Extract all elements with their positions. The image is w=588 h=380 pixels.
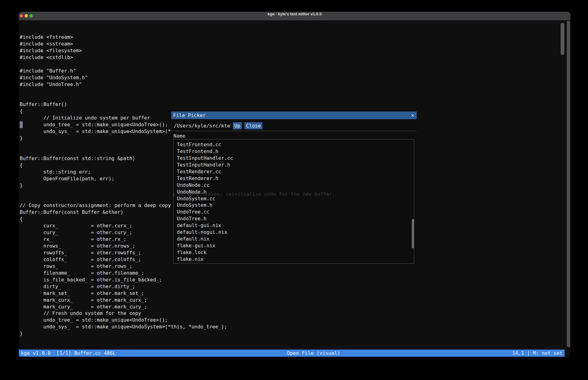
code-line: undo_sys_ = std::make_unique<UndoSystem>…	[20, 323, 331, 330]
column-header-name: Name	[171, 131, 417, 139]
code-line: #include "UndoSystem.h"	[20, 74, 331, 81]
close-window-button[interactable]	[20, 14, 23, 18]
file-list-item[interactable]: UndoSystem.h	[177, 202, 414, 209]
file-list-item[interactable]: UndoTree.h	[177, 215, 414, 222]
close-icon[interactable]: ✕	[411, 112, 414, 119]
file-list-item[interactable]: UndoTree.cc	[177, 209, 414, 215]
code-line	[20, 337, 331, 344]
up-button[interactable]: Up	[233, 122, 242, 129]
window-title: kge - kyle's text editor v1.0.0	[19, 12, 570, 20]
code-line: undo_tree_ = std::make_unique<UndoTree>(…	[20, 317, 331, 323]
code-line: is_file_backed_ = other.is_file_backed_;	[20, 276, 331, 283]
code-line: dirty_ = other.dirty_;	[20, 283, 331, 290]
close-button[interactable]: Close	[244, 122, 262, 129]
code-line: // Fresh undo system for the copy	[20, 310, 331, 317]
code-line: mark_curx_ = other.mark_curx_;	[20, 297, 331, 304]
zoom-window-button[interactable]	[30, 14, 33, 18]
file-list-item[interactable]: TestRenderer.cc	[177, 168, 414, 175]
window-titlebar[interactable]: kge - kyle's text editor v1.0.0	[19, 12, 570, 20]
code-line: #include <filesystem>	[20, 47, 331, 54]
file-list: TestFrontend.ccTestFrontend.hTestInputHa…	[173, 139, 414, 264]
code-line	[20, 94, 331, 101]
status-file-info: kge v1.0.0 [1/1] Buffer.cc 486L	[21, 350, 116, 357]
file-list-item[interactable]: flake.lock	[177, 249, 414, 256]
file-picker-title: File Picker	[173, 112, 206, 118]
code-line: mark_cury_ = other.mark_cury_;	[20, 304, 331, 310]
status-bar: kge v1.0.0 [1/1] Buffer.cc 486L Open Fil…	[19, 350, 565, 357]
window-scrollbar-track[interactable]	[567, 21, 570, 347]
path-row: /Users/kyle/src/kte Up Close	[171, 121, 417, 130]
minimize-window-button[interactable]	[25, 14, 28, 18]
file-list-item[interactable]: TestFrontend.h	[177, 148, 414, 155]
status-mode: Open File (visual)	[287, 350, 340, 357]
text-cursor	[20, 121, 23, 128]
code-line	[20, 61, 331, 68]
file-list-item[interactable]: UndoSystem.cc	[177, 195, 414, 202]
code-line: #include <fstream>	[20, 34, 331, 41]
file-list-item[interactable]: flake.nix	[177, 256, 414, 263]
traffic-lights	[20, 14, 33, 18]
code-line: #include <sstream>	[20, 41, 331, 47]
code-line: }	[20, 330, 331, 337]
file-list-item[interactable]: TestRenderer.h	[177, 175, 414, 182]
file-list-item[interactable]: default-gui.nix	[177, 222, 414, 229]
file-list-item[interactable]: TestInputHandler.cc	[177, 155, 414, 162]
file-picker-dialog: File Picker ✕ *this, *undo_tree_); /User…	[171, 112, 417, 264]
file-list-item[interactable]: flake-gui.nix	[177, 242, 414, 249]
code-line: mark_set_ = other.mark_set_;	[20, 290, 331, 297]
file-list-item[interactable]: TestInputHandler.h	[177, 162, 414, 168]
file-picker-titlebar[interactable]: File Picker ✕	[171, 112, 417, 119]
file-list-item[interactable]: default.nix	[177, 236, 414, 242]
file-list-item[interactable]: TestFrontend.cc	[177, 141, 414, 148]
file-list-scrollbar-thumb[interactable]	[412, 219, 414, 248]
file-list-item[interactable]: UndoNode.cc	[177, 182, 414, 189]
code-line: filename_ = other.filename_;	[20, 270, 331, 276]
file-list-item[interactable]: default-nogui.nix	[177, 229, 414, 236]
code-line: #include <cstdlib>	[20, 54, 331, 61]
code-line: Buffer::Buffer()	[20, 101, 331, 108]
file-list-item[interactable]: UndoNode.h	[177, 189, 414, 195]
code-line	[20, 88, 331, 95]
current-path: /Users/kyle/src/kte	[174, 123, 230, 129]
status-cursor-position: 14,1 | M: not set	[512, 350, 562, 357]
editor-scrollbar-thumb[interactable]	[561, 23, 564, 55]
code-line: #include "UndoTree.h"	[20, 81, 331, 88]
code-line: #include "Buffer.h"	[20, 68, 331, 74]
